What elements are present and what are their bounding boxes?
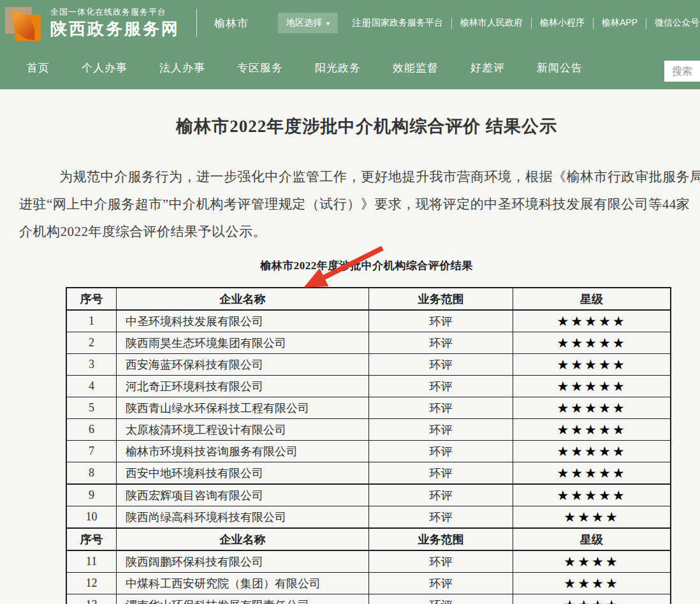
star-rating: ★★★★ [513, 550, 671, 573]
table-caption: 榆林市2022年度涉批中介机构综合评价结果 [19, 258, 700, 273]
column-header: 序号 [66, 288, 117, 310]
platform-tagline: 全国一体化在线政务服务平台 [50, 7, 180, 17]
table-row: 2陕西雨昊生态环境集团有限公司环评★★★★★ [66, 332, 671, 354]
results-table: 序号企业名称业务范围星级1中圣环境科技发展有限公司环评★★★★★2陕西雨昊生态环… [66, 287, 671, 604]
no: 1 [66, 310, 117, 332]
table-row: 10陕西尚绿高科环境科技有限公司环评★★★★ [66, 506, 671, 529]
business-scope: 环评 [369, 397, 513, 419]
column-header: 业务范围 [369, 288, 513, 310]
nav-item[interactable]: 阳光政务 [315, 61, 361, 75]
chevron-down-icon: ▾ [326, 20, 330, 27]
table-row: 9陕西宏辉项目咨询有限公司环评★★★★★ [66, 484, 671, 506]
company-name: 太原核清环境工程设计有限公司 [117, 419, 369, 441]
star-rating: ★★★★★ [513, 419, 671, 441]
star-rating: ★★★★★ [513, 484, 671, 506]
current-city-label: 榆林市 [214, 16, 249, 31]
table-row: 11陕西阔鹏环保科技有限公司环评★★★★ [66, 550, 671, 573]
no: 8 [66, 462, 117, 485]
company-name: 陕西雨昊生态环境集团有限公司 [117, 332, 369, 354]
no: 7 [66, 441, 117, 462]
notice-paragraph: 为规范中介服务行为，进一步强化中介监管工作，更好地提升我市营商环境，根据《榆林市… [19, 163, 700, 246]
business-scope: 环评 [369, 354, 513, 376]
header-divider [196, 9, 197, 37]
top-link[interactable]: 榆林小程序 [532, 17, 593, 29]
column-header: 企业名称 [117, 288, 369, 310]
column-header: 业务范围 [369, 528, 513, 550]
business-scope: 环评 [369, 573, 513, 594]
no: 10 [66, 506, 117, 529]
star-rating: ★★★★★ [513, 310, 671, 332]
nav-item[interactable]: 法人办事 [159, 61, 205, 75]
business-scope: 环评 [369, 484, 513, 506]
business-scope: 环评 [369, 376, 513, 397]
table-row: 13渭南华山环保科技发展有限责任公司环评★★★★ [66, 594, 671, 604]
brand-block: 全国一体化在线政务服务平台 陕西政务服务网 [50, 7, 180, 40]
company-name: 陕西阔鹏环保科技有限公司 [117, 550, 369, 573]
star-rating: ★★★★★ [513, 332, 671, 354]
nav-item[interactable]: 新闻公告 [537, 61, 583, 75]
no: 4 [66, 376, 117, 397]
company-name: 中圣环境科技发展有限公司 [117, 310, 369, 332]
no: 9 [66, 484, 117, 506]
paragraph-line: 进驻“网上中介服务超市”中介机构考评管理规定（试行）》要求，现将评定的中圣环境科… [19, 191, 700, 218]
star-rating: ★★★★★ [513, 354, 671, 376]
business-scope: 环评 [369, 310, 513, 332]
top-link[interactable]: 国家政务服务平台 [363, 17, 451, 29]
no: 5 [66, 397, 117, 419]
site-logo-icon [5, 6, 41, 41]
region-select-button[interactable]: 地区选择 ▾ [278, 13, 338, 33]
star-rating: ★★★★ [513, 594, 671, 604]
star-rating: ★★★★★ [513, 462, 671, 485]
star-rating: ★★★★ [513, 573, 671, 594]
nav-item[interactable]: 好差评 [470, 61, 505, 75]
table-row: 4河北奇正环境科技有限公司环评★★★★★ [66, 376, 671, 397]
no: 6 [66, 419, 117, 441]
no: 11 [66, 550, 117, 573]
table-row: 8西安中地环境科技有限公司环评★★★★★ [66, 462, 671, 485]
nav-item[interactable]: 专区服务 [237, 61, 283, 75]
table-row: 5陕西青山绿水环保科技工程有限公司环评★★★★★ [66, 397, 671, 419]
company-name: 陕西尚绿高科环境科技有限公司 [117, 506, 369, 529]
no: 13 [66, 594, 117, 604]
table-header-row: 序号企业名称业务范围星级 [66, 528, 671, 550]
star-rating: ★★★★ [513, 506, 671, 529]
table-row: 7榆林市环境科技咨询服务有限公司环评★★★★★ [66, 441, 671, 462]
business-scope: 环评 [369, 419, 513, 441]
top-link[interactable]: 榆林市人民政府 [452, 17, 531, 29]
table-header-row: 序号企业名称业务范围星级 [66, 288, 671, 310]
page: 全国一体化在线政务服务平台 陕西政务服务网 榆林市 地区选择 ▾ 国家政务服务平… [0, 0, 700, 604]
region-select-label: 地区选择 [286, 17, 322, 29]
nav-items: 首页个人办事法人办事专区服务阳光政务效能监督好差评新闻公告 [27, 61, 583, 75]
company-name: 河北奇正环境科技有限公司 [117, 376, 369, 397]
top-link[interactable]: 微信公众号 [646, 17, 700, 29]
star-rating: ★★★★★ [513, 376, 671, 397]
column-header: 星级 [513, 528, 671, 550]
company-name: 中煤科工西安研究院（集团）有限公司 [117, 573, 369, 594]
search-input[interactable] [664, 61, 700, 82]
nav-item[interactable]: 效能监督 [393, 61, 439, 75]
business-scope: 环评 [369, 332, 513, 354]
no: 2 [66, 332, 117, 354]
table-row: 1中圣环境科技发展有限公司环评★★★★★ [66, 310, 671, 332]
business-scope: 环评 [369, 550, 513, 573]
paragraph-line: 介机构2022年度综合评价结果予以公示。 [19, 218, 700, 246]
notice-content: 榆林市2022年度涉批中介机构综合评价 结果公示 为规范中介服务行为，进一步强化… [0, 89, 700, 604]
business-scope: 环评 [369, 462, 513, 485]
site-name: 陕西政务服务网 [50, 18, 180, 40]
company-name: 陕西青山绿水环保科技工程有限公司 [117, 397, 369, 419]
table-row: 3西安海蓝环保科技有限公司环评★★★★★ [66, 354, 671, 376]
company-name: 西安海蓝环保科技有限公司 [117, 354, 369, 376]
main-nav: 首页个人办事法人办事专区服务阳光政务效能监督好差评新闻公告 [0, 46, 700, 89]
paragraph-line: 为规范中介服务行为，进一步强化中介监管工作，更好地提升我市营商环境，根据《榆林市… [19, 163, 700, 191]
no: 3 [66, 354, 117, 376]
nav-item[interactable]: 个人办事 [82, 61, 128, 75]
column-header: 企业名称 [117, 528, 369, 550]
top-link[interactable]: 榆林APP [594, 17, 646, 29]
no: 12 [66, 573, 117, 594]
top-links: 国家政务服务平台榆林市人民政府榆林小程序榆林APP微信公众号 [363, 0, 700, 46]
page-title: 榆林市2022年度涉批中介机构综合评价 结果公示 [19, 89, 700, 138]
star-rating: ★★★★★ [513, 397, 671, 419]
company-name: 西安中地环境科技有限公司 [117, 462, 369, 485]
company-name: 陕西宏辉项目咨询有限公司 [117, 484, 369, 506]
nav-item[interactable]: 首页 [27, 61, 50, 75]
